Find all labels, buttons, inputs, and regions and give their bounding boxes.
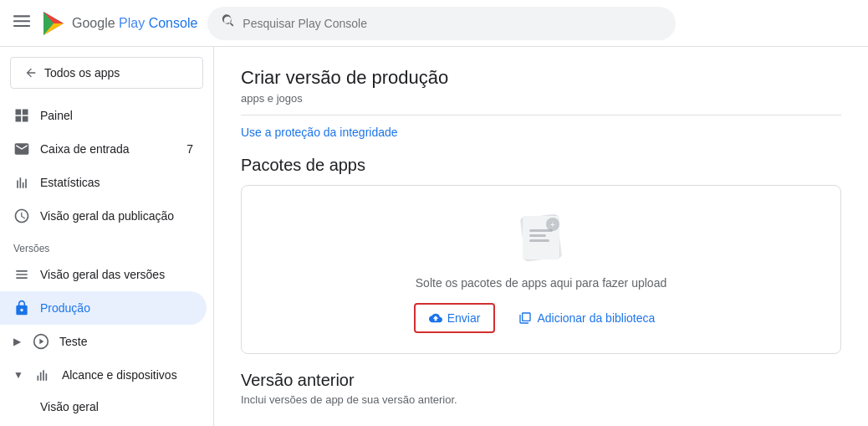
topbar-title: Google Play Console: [72, 16, 197, 31]
upload-actions: Enviar Adicionar da biblioteca: [414, 303, 669, 333]
versions-icon: [13, 266, 30, 283]
enviar-button[interactable]: Enviar: [414, 303, 496, 333]
search-bar[interactable]: [207, 7, 676, 40]
search-input[interactable]: [243, 17, 662, 30]
arrow-left-icon: [24, 66, 38, 80]
grid-icon: [13, 107, 30, 124]
library-icon: [518, 311, 532, 325]
inbox-icon: [13, 141, 30, 157]
versao-anterior-section: Versão anterior Inclui versões de app de…: [241, 371, 841, 406]
adicionar-biblioteca-button[interactable]: Adicionar da biblioteca: [505, 305, 668, 331]
bar-chart-icon: [13, 174, 30, 191]
section-title-pacotes: Pacotes de apps: [241, 156, 841, 175]
versao-anterior-subtitle: Inclui versões de app de sua versão ante…: [241, 393, 841, 406]
back-to-all-apps[interactable]: Todos os apps: [10, 57, 203, 89]
section-versoes: Versões: [0, 233, 213, 258]
sidebar-item-visao-versoes[interactable]: Visão geral das versões: [0, 258, 207, 291]
svg-rect-2: [13, 25, 30, 27]
svg-rect-14: [529, 239, 549, 242]
divider-1: [241, 115, 841, 115]
svg-rect-0: [13, 15, 30, 17]
sidebar-item-visao-publicacao[interactable]: Visão geral da publicação: [0, 199, 207, 233]
svg-rect-1: [13, 20, 30, 22]
layout: Todos os apps Painel Caixa de entrada 7 …: [0, 47, 868, 426]
sidebar-item-producao[interactable]: Produção: [0, 291, 207, 325]
clock-icon: [13, 208, 30, 224]
sidebar-item-caixa-entrada[interactable]: Caixa de entrada 7: [0, 132, 207, 166]
upload-box: + Solte os pacotes de apps aqui para faz…: [241, 185, 841, 354]
sidebar-item-estatisticas[interactable]: Estatísticas: [0, 166, 207, 199]
svg-rect-13: [529, 234, 546, 237]
search-icon: [221, 13, 236, 33]
sidebar-item-painel[interactable]: Painel: [0, 99, 207, 132]
play-circle-icon: [33, 333, 49, 350]
page-subtitle: apps e jogos: [241, 92, 841, 105]
topbar-logo: Google Play Console: [40, 10, 197, 37]
integridade-link[interactable]: Use a proteção da integridade: [241, 126, 398, 139]
page-title: Criar versão de produção: [241, 67, 841, 89]
expand-teste-icon: ▶: [13, 336, 21, 347]
collapse-alcance-icon: ▼: [13, 369, 23, 381]
play-logo-icon: [40, 10, 67, 37]
package-placeholder-icon: +: [511, 206, 571, 266]
upload-icon: [429, 311, 442, 325]
versao-anterior-title: Versão anterior: [241, 371, 841, 390]
main-content: Criar versão de produção apps e jogos Us…: [214, 47, 868, 426]
topbar: Google Play Console: [0, 0, 868, 47]
menu-icon[interactable]: [13, 13, 30, 33]
lock-icon: [13, 300, 30, 316]
svg-text:+: +: [550, 220, 555, 229]
upload-text: Solte os pacotes de apps aqui para fazer…: [416, 276, 666, 290]
sidebar-item-alcance[interactable]: ▼ Alcance e dispositivos: [0, 358, 207, 392]
sidebar-item-teste[interactable]: ▶ Teste: [0, 325, 207, 358]
bar-chart2-icon: [35, 367, 52, 383]
sidebar: Todos os apps Painel Caixa de entrada 7 …: [0, 47, 214, 426]
svg-marker-8: [39, 339, 43, 345]
sidebar-item-visao-geral[interactable]: Visão geral: [0, 392, 207, 422]
